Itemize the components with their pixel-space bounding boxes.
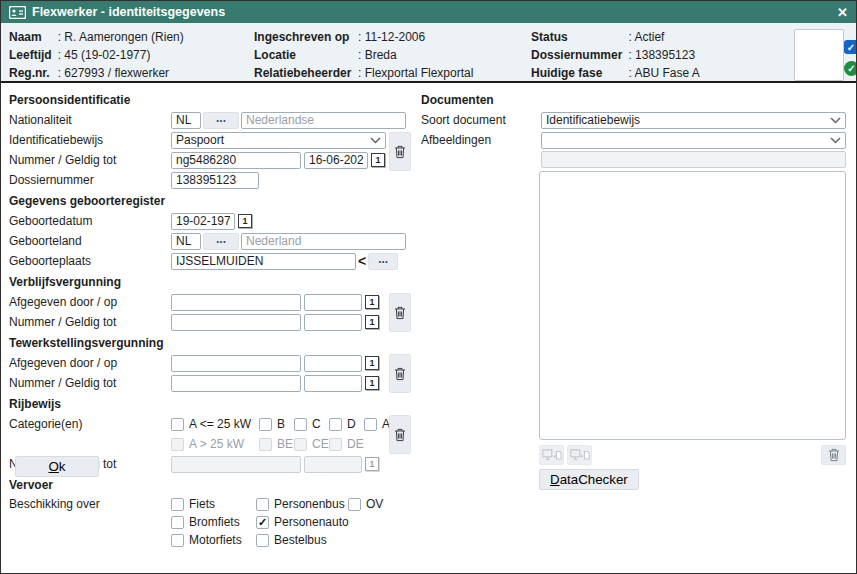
beschikking-over-label: Beschikking over xyxy=(9,497,171,511)
checkbox-motorfiets[interactable]: Motorfiets xyxy=(171,533,256,547)
regnr-label: Reg.nr. xyxy=(9,65,52,81)
tewerk-nummer-input[interactable] xyxy=(171,375,301,392)
vervoer-row1: Beschikking over Fiets Personenbus OV xyxy=(9,495,415,513)
trash-icon[interactable] xyxy=(389,354,411,393)
checkbox-bromfiets[interactable]: Bromfiets xyxy=(171,515,256,529)
calendar-icon[interactable]: 1 xyxy=(365,356,379,370)
regnr-value: : 627993 / flexwerker xyxy=(58,65,184,81)
afbeeldingen-select[interactable] xyxy=(541,132,846,149)
calendar-icon[interactable]: 1 xyxy=(365,295,379,309)
dossiernummer-label: Dossiernummer xyxy=(531,47,622,63)
soort-document-row: Soort document Identificatiebewijs xyxy=(421,110,847,130)
checkbox-c[interactable]: C xyxy=(294,417,329,431)
geboorteland-name-field xyxy=(241,233,406,250)
checkbox-fiets[interactable]: Fiets xyxy=(171,497,256,511)
geboorteplaats-lookup-button[interactable]: ... xyxy=(368,253,398,270)
nationaliteit-name-field xyxy=(241,112,406,129)
section-vervoer: Vervoer xyxy=(9,474,415,495)
checkbox-de: DE xyxy=(329,437,364,451)
rijbewijs-categorien-row2: A > 25 kW BE CE DE xyxy=(9,434,415,454)
soort-document-value: Identificatiebewijs xyxy=(546,113,640,127)
export-document-icon xyxy=(567,445,592,465)
id-nummer-row: Nummer / Geldig tot 1 xyxy=(9,150,415,170)
checkbox-a-lte-25kw[interactable]: A <= 25 kW xyxy=(171,417,259,431)
document-filename-field xyxy=(541,151,846,168)
id-nummer-input[interactable] xyxy=(171,152,301,169)
verblijf-afgegeven-op-input[interactable] xyxy=(304,294,362,311)
document-filename-row xyxy=(421,150,847,169)
verblijf-afgegeven-door-input[interactable] xyxy=(171,294,301,311)
trash-icon[interactable] xyxy=(821,445,846,465)
vervoer-row2: Bromfiets ✓Personenauto xyxy=(9,513,415,531)
locatie-label: Locatie xyxy=(254,47,352,63)
tewerk-afgegeven-label: Afgegeven door / op xyxy=(9,356,171,370)
geboorteland-row: Geboorteland ... xyxy=(9,231,415,251)
tewerk-afgegeven-row: Afgegeven door / op 1 xyxy=(9,353,415,373)
geboortedatum-input[interactable] xyxy=(171,213,235,230)
locatie-value: : Breda xyxy=(358,47,473,63)
geboortedatum-row: Geboortedatum 1 xyxy=(9,211,415,231)
document-toolbar xyxy=(539,445,847,465)
checkbox-d[interactable]: D xyxy=(329,417,364,431)
section-tewerkstellingsvergunning: Tewerkstellingsvergunning xyxy=(9,332,415,353)
identificatiebewijs-select[interactable]: Paspoort xyxy=(171,132,386,149)
checkbox-b[interactable]: B xyxy=(259,417,294,431)
rijbewijs-categorien-row1: Categorie(en) A <= 25 kW B C D AM xyxy=(9,414,415,434)
leeftijd-label: Leeftijd xyxy=(9,47,52,63)
id-card-icon xyxy=(9,6,26,19)
verblijf-nummer-input[interactable] xyxy=(171,314,301,331)
leeftijd-value: : 45 (19-02-1977) xyxy=(58,47,184,63)
geboorteland-code-input[interactable] xyxy=(171,233,201,250)
header-checked-checkbox[interactable]: ✓ xyxy=(844,40,857,54)
tewerk-nummer-label: Nummer / Geldig tot xyxy=(9,376,171,390)
section-persoonsidentificatie: Persoonsidentificatie xyxy=(9,89,415,110)
verblijf-afgegeven-label: Afgegeven door / op xyxy=(9,295,171,309)
checkbox-ov[interactable]: OV xyxy=(348,497,383,511)
calendar-icon[interactable]: 1 xyxy=(371,153,385,167)
datachecker-button[interactable]: DataChecker xyxy=(539,469,639,490)
trash-icon[interactable] xyxy=(389,132,411,171)
trash-icon[interactable] xyxy=(389,293,411,332)
tewerk-afgegeven-op-input[interactable] xyxy=(304,355,362,372)
checkbox-ce: CE xyxy=(294,437,329,451)
photo-placeholder[interactable] xyxy=(794,29,844,81)
checkbox-personenauto[interactable]: ✓Personenauto xyxy=(256,515,348,529)
nationaliteit-lookup-button[interactable]: ... xyxy=(203,112,239,129)
calendar-icon[interactable]: 1 xyxy=(365,376,379,390)
categorien-label: Categorie(en) xyxy=(9,417,171,431)
flexwerker-dialog: Flexwerker - identiteitsgegevens ✕ Naam:… xyxy=(0,0,857,574)
identificatiebewijs-row: Identificatiebewijs Paspoort xyxy=(9,130,415,150)
record-header: Naam: R. Aamerongen (Rien) Leeftijd: 45 … xyxy=(1,23,856,83)
window-title: Flexwerker - identiteitsgegevens xyxy=(32,5,225,19)
identificatiebewijs-label: Identificatiebewijs xyxy=(9,133,171,147)
verblijf-geldig-tot-input[interactable] xyxy=(304,314,362,331)
title-bar[interactable]: Flexwerker - identiteitsgegevens ✕ xyxy=(1,1,856,23)
nationaliteit-code-input[interactable] xyxy=(171,112,201,129)
chevron-down-icon xyxy=(370,137,381,144)
tewerk-afgegeven-door-input[interactable] xyxy=(171,355,301,372)
tewerk-geldig-tot-input[interactable] xyxy=(304,375,362,392)
checkbox-personenbus[interactable]: Personenbus xyxy=(256,497,348,511)
id-geldig-tot-input[interactable] xyxy=(304,152,368,169)
rijbewijs-nummer-input xyxy=(171,456,301,473)
close-icon[interactable]: ✕ xyxy=(837,6,848,19)
document-preview-area[interactable] xyxy=(539,171,846,440)
soort-document-label: Soort document xyxy=(421,113,541,127)
calendar-icon[interactable]: 1 xyxy=(238,214,252,228)
checkbox-bestelbus[interactable]: Bestelbus xyxy=(256,533,327,547)
import-document-icon xyxy=(539,445,564,465)
trash-icon[interactable] xyxy=(389,415,411,454)
geboorteplaats-input[interactable] xyxy=(171,253,356,270)
ok-button[interactable]: Ok xyxy=(15,456,99,477)
calendar-icon: 1 xyxy=(365,457,379,471)
chevron-left-icon[interactable]: < xyxy=(358,253,366,269)
dossiernummer-input[interactable] xyxy=(171,172,259,189)
ingeschreven-label: Ingeschreven op xyxy=(254,29,352,45)
calendar-icon[interactable]: 1 xyxy=(365,315,379,329)
soort-document-select[interactable]: Identificatiebewijs xyxy=(541,112,846,129)
documenten-panel: Documenten Soort document Identificatieb… xyxy=(421,89,847,490)
afbeeldingen-row: Afbeeldingen xyxy=(421,130,847,150)
section-geboorteregister: Gegevens geboorteregister xyxy=(9,190,415,211)
geboorteland-lookup-button[interactable]: ... xyxy=(203,233,239,250)
section-verblijfsvergunning: Verblijfsvergunning xyxy=(9,271,415,292)
